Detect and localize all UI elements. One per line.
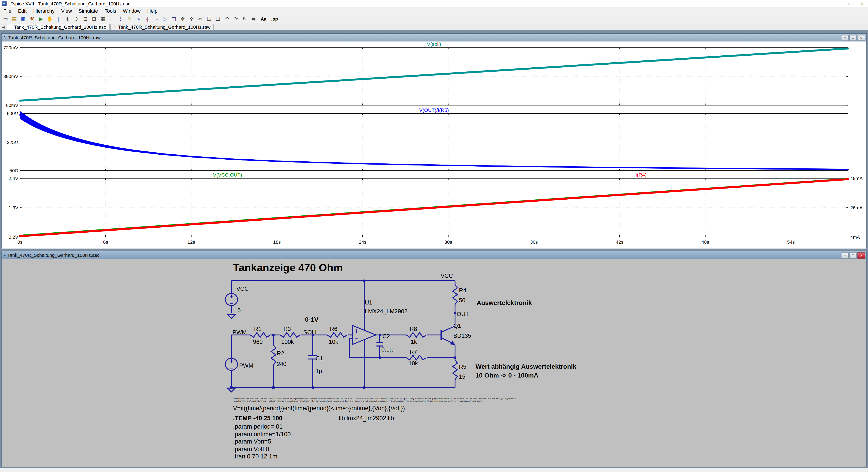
menu-window[interactable]: Window — [120, 7, 144, 15]
pause-icon[interactable]: ∥ — [54, 15, 63, 22]
net-label-vcc[interactable]: VCC — [440, 273, 453, 279]
redo-icon[interactable]: ↷ — [231, 15, 240, 22]
directive-param-ontime[interactable]: .param ontime=1/100 — [233, 431, 291, 437]
directive-icon[interactable]: .op — [269, 15, 280, 22]
inductor-icon[interactable]: ∿ — [152, 15, 160, 22]
net-label-out[interactable]: OUT — [457, 311, 469, 317]
waveform-window-maximize-button[interactable]: □ — [849, 35, 857, 41]
label-icon[interactable]: ✎ — [125, 15, 134, 22]
halt-icon[interactable]: ✋ — [45, 15, 54, 22]
component-icon[interactable]: ◫ — [169, 15, 178, 22]
zoom-fit-icon[interactable]: ⊞ — [90, 15, 98, 22]
zoom-in-icon[interactable]: ⊕ — [63, 15, 72, 22]
paste-icon[interactable]: ❏ — [214, 15, 222, 22]
tab-waveform[interactable]: ∿Tank_470R_Schaltung_Gerhard_100Hz.raw — [110, 24, 214, 30]
menu-simulate[interactable]: Simulate — [75, 7, 101, 15]
trace-label-vvccout[interactable]: V(VCC,OUT) — [213, 172, 242, 178]
c2-name[interactable]: C2 — [382, 333, 390, 339]
mirror-icon[interactable]: ⇋ — [249, 15, 258, 22]
comment-10ohm-100ma[interactable]: 10 Ohm -> 0 - 100mA — [475, 372, 538, 379]
schematic-window-close-button[interactable]: ✕ — [857, 252, 865, 258]
r5-name[interactable]: R5 — [459, 363, 466, 370]
net-label-soll[interactable]: SOLL — [303, 329, 318, 336]
model-line-bs250[interactable]: .model BS250 PMOS(Vto=-3.148 Rd=1.31 Rs=… — [233, 398, 515, 400]
directive-temp[interactable]: .TEMP -40 25 100 — [233, 415, 282, 421]
q1-name[interactable]: Q1 — [454, 322, 461, 329]
menu-tools[interactable]: Tools — [101, 7, 120, 15]
r6-value[interactable]: 10k — [329, 338, 338, 345]
comment-auswertelektronik[interactable]: Auswertelektronik — [477, 300, 532, 306]
rotate-icon[interactable]: ↻ — [240, 15, 249, 22]
resistor-icon[interactable]: ⌁ — [134, 15, 143, 22]
schematic-title[interactable]: Tankanzeige 470 Ohm — [233, 262, 343, 274]
r2-name[interactable]: R2 — [277, 350, 284, 356]
new-schematic-icon[interactable]: ▭ — [1, 15, 10, 22]
ground-icon[interactable]: ⏚ — [116, 15, 125, 22]
open-icon[interactable]: ▤ — [10, 15, 19, 22]
trace-label-voutir5[interactable]: V(OUT)/I(R5) — [419, 107, 449, 113]
comment-0-1v[interactable]: 0-1V — [305, 316, 318, 322]
v1-value[interactable]: 5 — [238, 307, 241, 313]
q1-value[interactable]: BD135 — [454, 332, 471, 339]
capacitor-icon[interactable]: ∦ — [143, 15, 152, 22]
tab-schematic[interactable]: ⌁Tank_470R_Schaltung_Gerhard_100Hz.asc — [6, 24, 109, 30]
close-button[interactable]: ✕ — [856, 0, 868, 7]
r8-name[interactable]: R8 — [410, 325, 417, 332]
diode-icon[interactable]: ▷ — [160, 15, 169, 22]
r8-value[interactable]: 1k — [411, 338, 417, 345]
u1-name[interactable]: U1 — [365, 299, 372, 305]
directive-param-period[interactable]: .param period=.01 — [233, 423, 283, 430]
maximize-button[interactable]: □ — [844, 0, 856, 7]
text-icon[interactable]: Aa — [258, 15, 269, 22]
menu-help[interactable]: Help — [144, 7, 161, 15]
directive-param-von[interactable]: .param Von=5 — [233, 438, 271, 444]
trace-label-ir4[interactable]: I(R4) — [636, 172, 647, 178]
directive-source-function[interactable]: V=if((time/{period})-int(time/{period})<… — [233, 405, 405, 411]
menu-view[interactable]: View — [58, 7, 75, 15]
grid-icon[interactable]: ▦ — [98, 15, 107, 22]
c2-value[interactable]: 0.1µ — [381, 346, 393, 353]
drag-icon[interactable]: ✜ — [187, 15, 196, 22]
u1-value[interactable]: LMX24_LM2902 — [365, 308, 408, 314]
r5-value[interactable]: 15 — [459, 373, 465, 380]
r1-name[interactable]: R1 — [254, 325, 261, 332]
tab-scroll-left[interactable]: ◀ — [0, 24, 6, 30]
r1-value[interactable]: 960 — [253, 338, 263, 345]
r7-name[interactable]: R7 — [410, 348, 417, 355]
minimize-button[interactable]: ─ — [831, 0, 844, 7]
zoom-out-icon[interactable]: ⊖ — [72, 15, 81, 22]
menu-file[interactable]: File — [0, 7, 15, 15]
r3-name[interactable]: R3 — [283, 325, 291, 332]
r2-value[interactable]: 240 — [277, 360, 286, 367]
r7-value[interactable]: 10k — [408, 360, 418, 367]
wire-icon[interactable]: ⌐ — [107, 15, 116, 22]
control-panel-icon[interactable]: ⚒ — [28, 15, 36, 22]
undo-icon[interactable]: ↶ — [222, 15, 231, 22]
r4-value[interactable]: 50 — [459, 297, 465, 303]
title-bar[interactable]: ⌁ LTspice XVII - Tank_470R_Schaltung_Ger… — [0, 0, 868, 7]
schematic-window-minimize-button[interactable]: ─ — [841, 252, 848, 258]
r6-name[interactable]: R6 — [330, 325, 338, 332]
directive-tran[interactable]: .tran 0 70 12 1m — [233, 453, 277, 459]
directive-lib[interactable]: .lib lmx24_lm2902.lib — [337, 415, 394, 421]
v2-value[interactable]: PWM — [239, 362, 253, 369]
save-icon[interactable]: ▣ — [19, 15, 28, 22]
directive-param-voff[interactable]: .param Voff 0 — [233, 445, 269, 452]
c1-value[interactable]: 1µ — [315, 368, 322, 374]
run-icon[interactable]: ▶ — [37, 15, 45, 22]
net-label-pwm[interactable]: PWM — [232, 329, 247, 336]
zoom-area-icon[interactable]: ⊡ — [81, 15, 90, 22]
copy-icon[interactable]: ❐ — [205, 15, 214, 22]
move-icon[interactable]: ✥ — [178, 15, 187, 22]
menu-hierarchy[interactable]: Hierarchy — [30, 7, 58, 15]
waveform-window-close-button[interactable]: ✕ — [857, 35, 865, 41]
trace-label-vsoll[interactable]: V(soll) — [427, 41, 441, 47]
comment-wert-abhaengig[interactable]: Wert abhängig Auswertelektronik — [475, 363, 577, 370]
waveform-window-titlebar[interactable]: ∿ Tank_470R_Schaltung_Gerhard_100Hz.raw … — [2, 34, 866, 41]
schematic-window-maximize-button[interactable]: □ — [849, 252, 857, 258]
waveform-window-minimize-button[interactable]: ─ — [841, 35, 848, 41]
model-line-bd135[interactable]: .model BD135 NPN(Is=40f Xti=3 Eg=1.11 Va… — [233, 400, 482, 403]
r4-name[interactable]: R4 — [459, 287, 466, 293]
c1-name[interactable]: C1 — [315, 355, 323, 361]
schematic-window-titlebar[interactable]: ⌁ Tank_470R_Schaltung_Gerhard_100Hz.asc … — [2, 251, 866, 259]
